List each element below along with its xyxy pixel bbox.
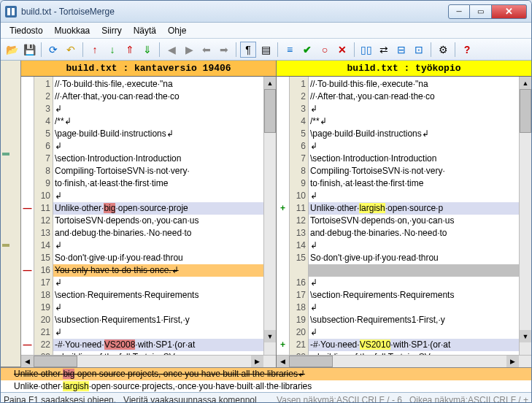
toolbar: 📂 💾 ⟳ ↶ ↑ ↓ ⇑ ⇓ ◀ ▶ ⬅ ➡ ¶ ▤ ≡ ✔ ○ ✕ ▯▯ ⇄… [1,39,531,61]
next-conflict-icon[interactable]: ⇓ [139,42,155,58]
undo-icon[interactable]: ↶ [63,42,79,58]
right-hscroll[interactable]: ◀▶ [277,355,531,367]
compare-ws-icon[interactable]: ⊡ [411,42,427,58]
status-hint: Paina F1 saadaksesi ohjeen. [4,395,116,404]
right-pane: build.txt : työkopio + + 123456789101112… [277,61,531,367]
inline-diff-bar: Unlike·other·big·open·source·projects,·o… [1,367,531,392]
two-pane-icon[interactable]: ▯▯ [358,42,374,58]
right-code[interactable]: //·To·build·this·file,·execute·"na//·Aft… [309,77,519,355]
wrap-icon[interactable]: ≡ [282,42,298,58]
right-vscroll[interactable]: ▲▼ [519,77,531,355]
whitespace-icon[interactable]: ¶ [240,42,256,58]
mark-resolved-icon[interactable]: ✔ [299,42,315,58]
app-icon [5,6,17,18]
left-pane-title: build.txt : kantaversio 19406 [21,61,276,77]
title-bar: build.txt - TortoiseMerge ─ ▭ ✕ [1,1,531,23]
overview-strip[interactable] [1,61,21,367]
status-scroll: Vieritä vaakasuunnassa komennol [123,395,269,404]
status-left-view: Vasen näkymä:ASCII CRLF / - 6 [277,395,402,404]
right-pane-title: build.txt : työkopio [277,61,531,77]
diff-removed-line: Unlike·other·big·open·source·projects,·o… [1,368,531,380]
editor-area: build.txt : kantaversio 19406 — — — 1234… [1,61,531,367]
right-line-numbers: 12345678910111213141516171819202122 [290,77,309,355]
use-left-icon[interactable]: ⬅ [198,42,215,58]
menu-file[interactable]: Tiedosto [4,24,49,37]
right-block-icon[interactable]: ▶ [181,42,197,58]
use-right-icon[interactable]: ➡ [216,42,232,58]
cancel-icon[interactable]: ✕ [334,42,350,58]
left-vscroll[interactable]: ▲▼ [263,77,276,355]
settings-icon[interactable]: ⚙ [435,42,451,58]
left-pane: build.txt : kantaversio 19406 — — — 1234… [21,61,277,367]
maximize-button[interactable]: ▭ [470,4,492,19]
left-change-marks: — — — [21,77,34,355]
left-line-numbers: 1234567891011121314151617181920212223 [34,77,53,355]
open-icon[interactable]: 📂 [4,42,20,58]
menu-help[interactable]: Ohje [162,24,192,37]
prev-conflict-icon[interactable]: ⇑ [122,42,138,58]
window-title: build.txt - TortoiseMerge [21,7,448,17]
switch-icon[interactable]: ⇄ [376,42,392,58]
save-icon[interactable]: 💾 [21,42,37,58]
window-buttons: ─ ▭ ✕ [448,4,527,19]
left-hscroll[interactable]: ◀▶ [21,355,276,367]
menu-goto[interactable]: Siirry [96,24,127,37]
right-change-marks: + + [277,77,290,355]
diff-added-line: Unlike·other·largish·open·source·project… [1,380,531,393]
menu-view[interactable]: Näytä [128,24,162,37]
menu-edit[interactable]: Muokkaa [49,24,96,37]
prev-diff-icon[interactable]: ↑ [87,42,103,58]
status-bar: Paina F1 saadaksesi ohjeen. Vieritä vaak… [1,392,531,403]
reload-icon[interactable]: ⟳ [45,42,61,58]
close-button[interactable]: ✕ [492,4,527,19]
left-block-icon[interactable]: ◀ [163,42,180,58]
help-icon[interactable]: ? [459,42,475,58]
next-diff-icon[interactable]: ↓ [104,42,120,58]
left-code[interactable]: //·To·build·this·file,·execute·"na//·Aft… [53,77,263,355]
minimize-button[interactable]: ─ [448,4,470,19]
status-right-view: Oikea näkymä:ASCII CRLF / + [409,395,528,404]
menu-bar: Tiedosto Muokkaa Siirry Näytä Ohje [1,23,531,39]
collapse-icon[interactable]: ⊟ [393,42,409,58]
inline-diff-icon[interactable]: ▤ [258,42,274,58]
mark-conflict-icon[interactable]: ○ [317,42,333,58]
